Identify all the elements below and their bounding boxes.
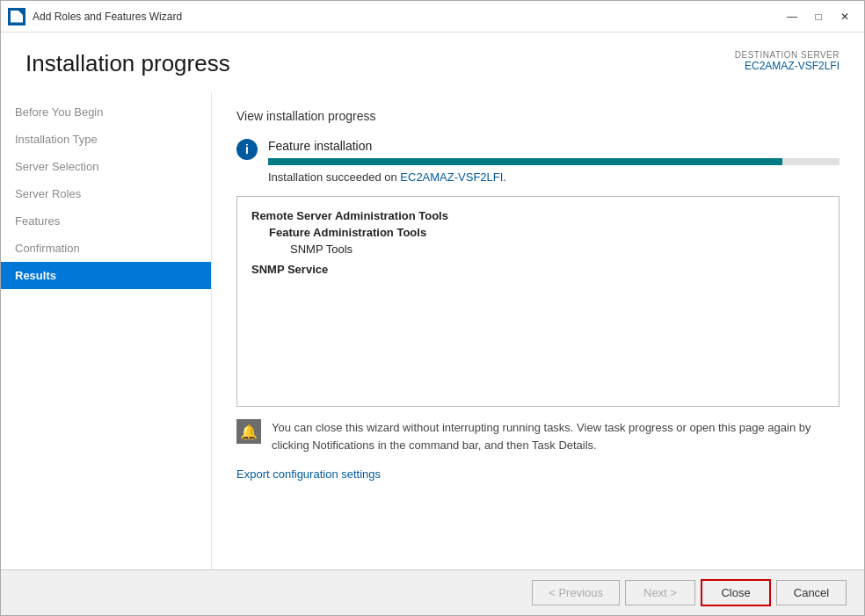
notice-icon: 🔔 bbox=[236, 419, 261, 444]
previous-button[interactable]: < Previous bbox=[532, 580, 620, 605]
sidebar-item-installation-type: Installation Type bbox=[1, 126, 211, 153]
progress-bar-track bbox=[268, 158, 840, 165]
right-panel: View installation progress i Feature ins… bbox=[212, 91, 864, 569]
destination-info: DESTINATION SERVER EC2AMAZ-VSF2LFI bbox=[735, 50, 840, 72]
destination-server: EC2AMAZ-VSF2LFI bbox=[735, 60, 840, 72]
notice-text: You can close this wizard without interr… bbox=[272, 419, 840, 453]
installed-item-2: SNMP Tools bbox=[251, 243, 825, 256]
page-title: Installation progress bbox=[25, 50, 230, 77]
export-link-container: Export configuration settings bbox=[236, 466, 840, 482]
destination-label: DESTINATION SERVER bbox=[735, 50, 840, 60]
feature-install-label: Feature installation bbox=[268, 139, 840, 153]
app-icon bbox=[8, 8, 25, 25]
progress-bar-fill bbox=[268, 158, 782, 165]
close-button[interactable]: Close bbox=[701, 579, 771, 606]
sidebar-item-before-you-begin: Before You Begin bbox=[1, 98, 211, 126]
success-text: Installation succeeded on EC2AMAZ-VSF2LF… bbox=[268, 170, 840, 184]
window-title: Add Roles and Features Wizard bbox=[33, 11, 182, 23]
sidebar-item-server-selection: Server Selection bbox=[1, 153, 211, 180]
info-icon: i bbox=[236, 139, 258, 160]
maximize-button[interactable]: □ bbox=[806, 6, 831, 27]
feature-install-row: i Feature installation Installation succ… bbox=[236, 139, 840, 184]
sidebar: Before You Begin Installation Type Serve… bbox=[1, 91, 212, 569]
minimize-button[interactable]: — bbox=[780, 6, 804, 27]
feature-content: Feature installation Installation succee… bbox=[268, 139, 840, 184]
title-bar: Add Roles and Features Wizard — □ ✕ bbox=[1, 1, 864, 33]
body-area: Before You Begin Installation Type Serve… bbox=[1, 91, 864, 569]
installed-box: Remote Server Administration Tools Featu… bbox=[236, 196, 840, 407]
sidebar-item-results: Results bbox=[1, 262, 211, 289]
window-controls: — □ ✕ bbox=[780, 6, 857, 27]
cancel-button[interactable]: Cancel bbox=[776, 580, 847, 605]
installed-item-0: Remote Server Administration Tools bbox=[251, 209, 825, 222]
success-server-link[interactable]: EC2AMAZ-VSF2LFI bbox=[400, 170, 503, 184]
sidebar-item-features: Features bbox=[1, 207, 211, 235]
next-button[interactable]: Next > bbox=[625, 580, 695, 605]
installed-item-3: SNMP Service bbox=[251, 263, 825, 276]
main-content: Installation progress DESTINATION SERVER… bbox=[1, 33, 864, 569]
sidebar-item-confirmation: Confirmation bbox=[1, 235, 211, 262]
app-icon-graphic bbox=[11, 11, 23, 23]
wizard-window: Add Roles and Features Wizard — □ ✕ Inst… bbox=[0, 0, 865, 616]
notice-row: 🔔 You can close this wizard without inte… bbox=[236, 419, 840, 453]
installed-item-1: Feature Administration Tools bbox=[251, 226, 825, 239]
section-title: View installation progress bbox=[236, 109, 840, 123]
title-bar-left: Add Roles and Features Wizard bbox=[8, 8, 182, 25]
header: Installation progress DESTINATION SERVER… bbox=[1, 33, 864, 91]
footer: < Previous Next > Close Cancel bbox=[1, 569, 864, 615]
export-config-link[interactable]: Export configuration settings bbox=[236, 467, 381, 481]
close-window-button[interactable]: ✕ bbox=[832, 6, 857, 27]
sidebar-item-server-roles: Server Roles bbox=[1, 180, 211, 207]
